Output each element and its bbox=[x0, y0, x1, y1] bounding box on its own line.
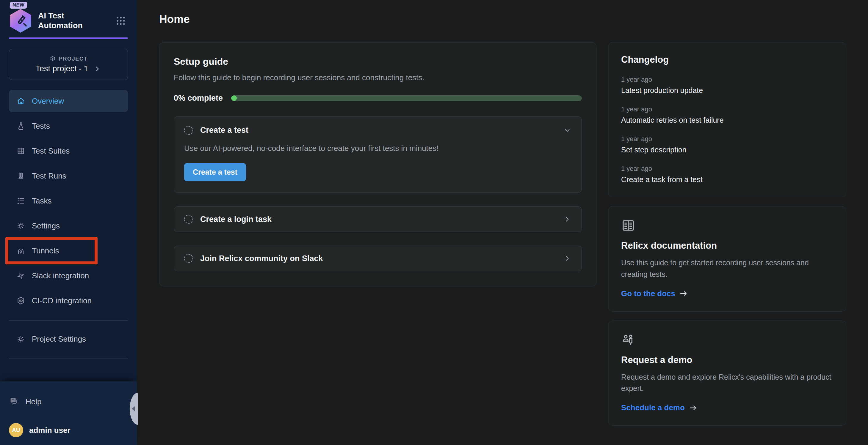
sidebar-item-tunnels[interactable]: Tunnels bbox=[9, 240, 128, 262]
sidebar-item-slack-integration[interactable]: Slack integration bbox=[9, 265, 128, 287]
progress-bar bbox=[231, 95, 582, 101]
entry-title: Create a task from a test bbox=[621, 175, 834, 184]
project-label: PROJECT bbox=[59, 56, 88, 62]
step-description: Use our AI-powered, no-code interface to… bbox=[184, 144, 571, 153]
sidebar-item-settings[interactable]: Settings bbox=[9, 215, 128, 237]
gear-icon bbox=[17, 335, 25, 344]
sidebar-item-test-runs[interactable]: Test Runs bbox=[9, 165, 128, 187]
entry-title: Set step description bbox=[621, 145, 834, 154]
sidebar-item-label: Project Settings bbox=[32, 335, 86, 344]
entry-time: 1 year ago bbox=[621, 165, 834, 173]
sidebar-item-project-settings[interactable]: Project Settings bbox=[9, 328, 128, 350]
cicd-hexagon-icon bbox=[17, 296, 25, 305]
step-row-slack-community[interactable]: Join Relicx community on Slack bbox=[174, 246, 582, 271]
aside-column: Changelog 1 year ago Latest production u… bbox=[608, 42, 846, 426]
project-selector[interactable]: PROJECT Test project - 1 bbox=[9, 49, 128, 80]
main-area: Home Setup guide Follow this guide to be… bbox=[137, 0, 868, 445]
test-tube-icon bbox=[13, 13, 28, 29]
demo-title: Request a demo bbox=[621, 355, 834, 365]
cube-icon bbox=[50, 56, 56, 62]
entry-title: Latest production update bbox=[621, 86, 834, 95]
progress-fill bbox=[231, 95, 237, 101]
docs-title: Relicx documentation bbox=[621, 240, 834, 251]
project-selector-header: PROJECT bbox=[50, 56, 88, 62]
sidebar-item-overview[interactable]: Overview bbox=[9, 90, 128, 112]
newspaper-icon bbox=[621, 218, 636, 233]
changelog-entry[interactable]: 1 year ago Automatic retries on test fai… bbox=[621, 105, 834, 125]
sidebar-item-label: Tasks bbox=[32, 196, 52, 206]
sidebar-item-help[interactable]: ? Help bbox=[9, 392, 128, 411]
user-menu[interactable]: AU admin user bbox=[9, 423, 128, 437]
setup-guide-title: Setup guide bbox=[174, 56, 582, 67]
app-title: AI Test Automation bbox=[38, 11, 91, 31]
content-row: Setup guide Follow this guide to begin r… bbox=[159, 42, 846, 426]
demo-link[interactable]: Schedule a demo bbox=[621, 403, 697, 412]
changelog-card: Changelog 1 year ago Latest production u… bbox=[608, 42, 846, 197]
sidebar-nav: Overview Tests Test Suites Test Runs bbox=[0, 90, 137, 312]
step-title: Join Relicx community on Slack bbox=[200, 254, 323, 263]
step-header[interactable]: Create a test bbox=[184, 126, 571, 135]
arrow-right-icon bbox=[689, 404, 697, 412]
sidebar-item-label: Slack integration bbox=[32, 271, 89, 280]
documentation-card: Relicx documentation Use this guide to g… bbox=[608, 206, 846, 312]
chevron-down-icon bbox=[563, 126, 571, 135]
avatar: AU bbox=[9, 423, 23, 437]
grid-dots-icon bbox=[115, 15, 127, 27]
sidebar-collapse-handle[interactable] bbox=[130, 393, 138, 425]
step-title: Create a test bbox=[200, 126, 248, 135]
docs-link[interactable]: Go to the docs bbox=[621, 289, 688, 298]
changelog-entry[interactable]: 1 year ago Latest production update bbox=[621, 76, 834, 95]
docs-description: Use this guide to get started recording … bbox=[621, 257, 834, 280]
columns-icon bbox=[17, 171, 25, 180]
sidebar-bottom-panel: ? Help AU admin user bbox=[0, 381, 137, 445]
changelog-title: Changelog bbox=[621, 54, 834, 65]
setup-guide-description: Follow this guide to begin recording use… bbox=[174, 73, 582, 82]
chevron-right-icon bbox=[93, 65, 101, 73]
entry-time: 1 year ago bbox=[621, 135, 834, 143]
step-incomplete-icon bbox=[184, 254, 193, 263]
sidebar-divider bbox=[9, 320, 128, 320]
chevron-right-icon bbox=[563, 254, 571, 263]
project-selector-value: Test project - 1 bbox=[35, 64, 101, 73]
step-title: Create a login task bbox=[200, 215, 272, 224]
sidebar: NEW AI Test Automation bbox=[0, 0, 137, 445]
chevron-right-icon bbox=[563, 215, 571, 224]
step-row-login-task[interactable]: Create a login task bbox=[174, 206, 582, 232]
entry-time: 1 year ago bbox=[621, 105, 834, 113]
step-incomplete-icon bbox=[184, 126, 193, 135]
tunnel-icon bbox=[17, 246, 25, 255]
step-incomplete-icon bbox=[184, 215, 193, 224]
users-icon bbox=[621, 333, 636, 347]
sidebar-item-test-suites[interactable]: Test Suites bbox=[9, 140, 128, 162]
sidebar-item-label: Test Runs bbox=[32, 171, 66, 181]
home-icon bbox=[17, 97, 25, 105]
changelog-entry[interactable]: 1 year ago Set step description bbox=[621, 135, 834, 154]
sidebar-item-label: CI-CD integration bbox=[32, 296, 92, 305]
apps-grid-button[interactable] bbox=[114, 14, 128, 28]
demo-link-label: Schedule a demo bbox=[621, 403, 685, 412]
arrow-right-icon bbox=[679, 289, 688, 298]
sidebar-item-label: Test Suites bbox=[32, 146, 70, 156]
sidebar-item-tests[interactable]: Tests bbox=[9, 115, 128, 137]
sidebar-item-tasks[interactable]: Tasks bbox=[9, 190, 128, 212]
setup-guide-card: Setup guide Follow this guide to begin r… bbox=[159, 42, 596, 286]
slack-icon bbox=[17, 271, 25, 280]
sidebar-item-label: Settings bbox=[32, 221, 60, 231]
sidebar-item-cicd-integration[interactable]: CI-CD integration bbox=[9, 289, 128, 312]
demo-card: Request a demo Request a demo and explor… bbox=[608, 320, 846, 426]
svg-text:?: ? bbox=[12, 398, 14, 402]
flask-icon bbox=[17, 122, 25, 130]
app-header: AI Test Automation bbox=[0, 0, 137, 33]
sidebar-item-label: Tests bbox=[32, 122, 50, 131]
sidebar-item-label: Overview bbox=[32, 97, 64, 106]
brand-divider bbox=[9, 37, 128, 39]
create-test-button[interactable]: Create a test bbox=[184, 163, 246, 181]
progress-label: 0% complete bbox=[174, 94, 223, 103]
progress-row: 0% complete bbox=[174, 94, 582, 103]
changelog-entry[interactable]: 1 year ago Create a task from a test bbox=[621, 165, 834, 184]
docs-link-label: Go to the docs bbox=[621, 289, 675, 298]
app-logo bbox=[9, 9, 32, 33]
sidebar-divider bbox=[9, 358, 128, 359]
sidebar-item-label: Tunnels bbox=[32, 246, 59, 255]
task-list-icon bbox=[17, 196, 25, 205]
